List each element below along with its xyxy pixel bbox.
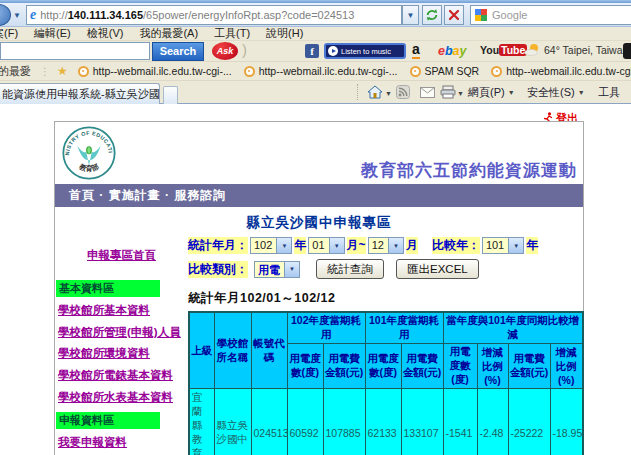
col-header-school: 學校館所名稱 (214, 312, 251, 389)
export-excel-button[interactable]: 匯出EXCEL (396, 259, 479, 279)
col-header-kwh-101: 用電度數(度) (365, 344, 401, 389)
weather-widget[interactable]: 64° Taipei, Taiwan (524, 43, 628, 56)
group-header-102: 102年度當期耗用 (287, 312, 365, 344)
amazon-icon[interactable]: a (412, 42, 420, 59)
favorites-label: 我的最愛 (0, 64, 37, 79)
category-label: 比較類別： (188, 261, 248, 278)
menu-file[interactable]: 檔案(F) (0, 27, 26, 41)
compare-year-unit-label: 年 (526, 237, 538, 254)
category-select[interactable]: 用電▼ (254, 261, 300, 278)
chevron-down-icon: ▼ (276, 238, 291, 253)
month-unit-label: 月 (406, 237, 418, 254)
webmail-icon (491, 66, 502, 77)
clipped-toolbar-item (623, 43, 631, 59)
sidebar-link-school-basic[interactable]: 學校館所基本資料 (58, 304, 187, 317)
sidebar-link-report-data[interactable]: 我要申報資料 (58, 436, 187, 449)
site-header: MINISTRY OF EDUCATION 教育部 教育部六五節約能資源運動 (55, 122, 583, 184)
sidebar-section-basic: 基本資料區 (56, 280, 160, 297)
col-header-kwh-diff: 用電度數(度) (443, 344, 477, 389)
sidebar-home-link[interactable]: 申報專區首頁 (56, 245, 187, 263)
add-favorite-star-icon[interactable]: ★ (53, 64, 72, 78)
favorite-item[interactable]: http--webmail.ilc.edu.tw-cgi-... (238, 65, 404, 77)
play-icon[interactable] (328, 46, 338, 56)
youtube-icon[interactable]: YouTube (480, 44, 527, 56)
sidebar-section-report: 申報資料區 (56, 412, 160, 429)
active-tab[interactable]: 能資源使用申報系統-縣立吳沙國中申報專區 (0, 83, 160, 104)
compare-year-label: 比較年： (432, 237, 480, 254)
toolbar-search-input[interactable] (0, 42, 150, 60)
refresh-button[interactable] (422, 5, 442, 25)
read-mail-button[interactable] (420, 87, 435, 98)
query-button[interactable]: 統計查詢 (316, 259, 384, 279)
ministry-of-education-logo: MINISTRY OF EDUCATION 教育部 (62, 126, 116, 180)
menu-view[interactable]: 檢視(V) (79, 27, 132, 41)
month-from-select[interactable]: 01▼ (308, 237, 344, 254)
favorites-separator: ⋮ (37, 66, 53, 77)
menu-help[interactable]: 說明(H) (258, 27, 311, 41)
stop-button[interactable] (444, 5, 464, 25)
refresh-icon (425, 8, 439, 22)
stat-period-label: 統計年月： (188, 237, 248, 254)
group-header-101: 101年度當期耗用 (365, 312, 443, 344)
sidebar-link-school-environment[interactable]: 學校館所環境資料 (58, 347, 187, 360)
cell-cost-diff-pct: -18.95 (550, 389, 583, 455)
favorite-item[interactable]: http--webmail.ilc.edu.tw-cgi-... (485, 65, 631, 77)
favorite-item[interactable]: SPAM SQR (404, 65, 486, 77)
home-dropdown-icon[interactable]: ▼ (385, 90, 392, 97)
chevron-down-icon: ▼ (329, 238, 344, 253)
favorites-bar: 我的最愛 ⋮ ★ http--webmail.ilc.edu.tw-cgi-..… (0, 62, 631, 81)
cell-kwh-diff: -1541 (443, 389, 477, 455)
cell-school: 縣立吳沙國中 (214, 389, 251, 455)
col-header-cost-101: 用電費金額(元) (401, 344, 443, 389)
command-bar-separator (357, 84, 358, 100)
sidebar-link-school-manager[interactable]: 學校館所管理(申報)人員 (58, 326, 187, 339)
google-search-box[interactable]: Google (470, 5, 631, 25)
ask-toolbar: Search Ask ) f Listen to music a ebay Yo… (0, 41, 631, 62)
address-bar: ▼ e http://140.111.34.165/65power/energy… (0, 3, 631, 27)
chevron-down-icon: ▼ (388, 238, 403, 253)
toolbar-search-button[interactable]: Search (152, 42, 204, 61)
google-logo-icon (475, 9, 487, 21)
col-header-account: 帳號代碼 (251, 312, 287, 389)
menu-edit[interactable]: 編輯(E) (26, 27, 79, 41)
menu-favorites[interactable]: 我的最愛(A) (131, 27, 206, 41)
cell-agency: 宜蘭縣教育局 (189, 389, 214, 455)
sidebar-link-water-meter[interactable]: 學校館所水表基本資料 (58, 391, 187, 404)
tools-menu-button[interactable]: 工具 (598, 85, 620, 100)
browser-window: ▼ e http://140.111.34.165/65power/energy… (0, 0, 631, 455)
ebay-icon[interactable]: ebay (438, 44, 467, 58)
cell-kwh-102: 60592 (287, 389, 323, 455)
print-dropdown-icon[interactable]: ▼ (457, 90, 464, 97)
home-button[interactable] (367, 85, 383, 99)
site-nav[interactable]: 首頁 · 實施計畫 · 服務諮詢 (55, 184, 583, 207)
google-search-placeholder: Google (492, 9, 527, 21)
cell-cost-101: 133107 (401, 389, 443, 455)
ie-favicon: e (30, 7, 36, 23)
webmail-icon (410, 66, 421, 77)
listen-to-music-widget[interactable]: Listen to music (324, 43, 406, 59)
facebook-icon[interactable]: f (305, 44, 319, 58)
ask-logo[interactable]: Ask (212, 42, 238, 60)
favorite-item[interactable]: http--webmail.ilc.edu.tw-cgi-... (72, 65, 238, 77)
rss-icon (396, 85, 410, 99)
address-input[interactable]: e http://140.111.34.165/65power/energyIn… (26, 5, 402, 25)
chevron-down-icon: ▼ (508, 238, 523, 253)
address-dropdown-button[interactable]: ▼ (402, 5, 419, 25)
safety-menu-button[interactable]: 安全性(S)▼ (527, 85, 585, 100)
page-menu-button[interactable]: 網頁(P)▼ (468, 85, 515, 100)
month-to-select[interactable]: 12▼ (368, 237, 404, 254)
col-header-cost-diff: 用電費金額(元) (508, 344, 550, 389)
category-row: 比較類別： 用電▼ 統計查詢 匯出EXCEL (188, 259, 583, 279)
cell-kwh-101: 62133 (365, 389, 401, 455)
year-unit-label: 年 (294, 237, 306, 254)
compare-year-select[interactable]: 101▼ (482, 237, 524, 254)
menu-tools[interactable]: 工具(T) (206, 27, 258, 41)
back-button[interactable] (0, 4, 11, 26)
new-tab-button[interactable] (163, 86, 178, 104)
sidebar-link-electric-meter[interactable]: 學校館所電錶基本資料 (58, 369, 187, 382)
main-content: 統計年月： 102▼ 年 01▼ 月~ 12▼ 月 比較年： 101▼ 年 比較… (188, 232, 583, 455)
rss-feed-button[interactable] (396, 85, 410, 99)
print-button[interactable] (440, 85, 456, 99)
stat-year-select[interactable]: 102▼ (250, 237, 292, 254)
nav-history-chevron-icon[interactable]: ▼ (13, 11, 21, 20)
